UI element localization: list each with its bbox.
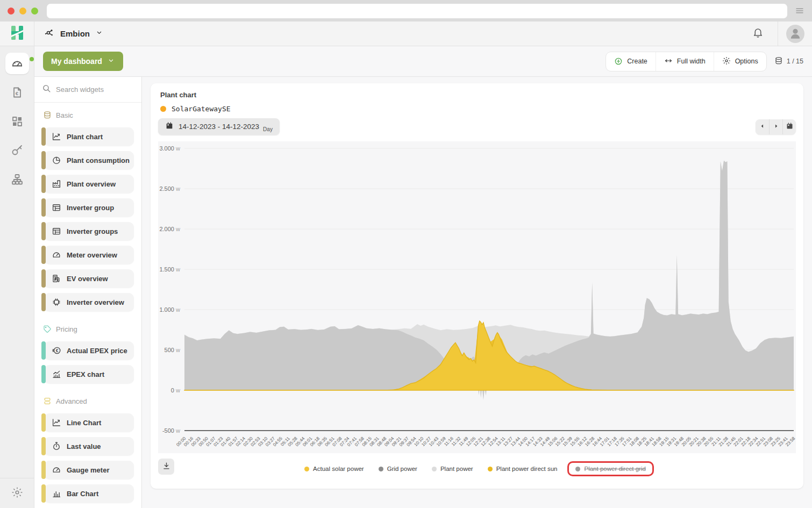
chevron-down-icon — [95, 28, 103, 39]
widget-item-epex-chart[interactable]: EPEX chart — [44, 365, 134, 383]
rail-item-dashboards[interactable] — [5, 53, 29, 74]
dashboard-toolbar: My dashboard Create Full width Options 1… — [34, 46, 812, 77]
org-switcher[interactable]: Embion — [34, 22, 103, 46]
close-window-button[interactable] — [8, 8, 15, 15]
user-menu[interactable] — [778, 22, 812, 46]
accent-bar — [41, 198, 46, 217]
rail-item-access-keys[interactable] — [5, 140, 29, 161]
search-input[interactable] — [56, 85, 134, 94]
svg-text:1.000W: 1.000W — [159, 306, 180, 313]
device-row: SolarGatewaySE — [160, 105, 796, 113]
widget-item-actual-epex-price[interactable]: €Actual EPEX price — [44, 341, 134, 360]
device-name: SolarGatewaySE — [172, 105, 231, 113]
tright-icon — [772, 122, 780, 130]
widget-item-last-value[interactable]: Last value — [44, 437, 134, 455]
legend-label: Plant power direct grid — [584, 466, 645, 472]
widget-item-label: Inverter overview — [67, 298, 124, 306]
legend-item-grid-power[interactable]: Grid power — [379, 466, 417, 472]
dashboard-canvas: Plant chart SolarGatewaySE 14-12-2023 - … — [142, 77, 812, 508]
next-period-button[interactable] — [769, 119, 782, 134]
accent-bar — [41, 341, 46, 360]
widget-item-label: Plant overview — [67, 180, 116, 188]
invoice-icon: € — [11, 86, 24, 99]
widget-item-meter-overview[interactable]: Meter overview — [44, 246, 134, 264]
legend-item-plant-power-direct-sun[interactable]: Plant power direct sun — [488, 466, 558, 472]
gear-icon — [722, 56, 731, 65]
widget-item-label: Actual EPEX price — [67, 347, 127, 355]
chip-icon — [52, 297, 61, 307]
area-chart: 3.000W2.500W2.000W1.500W1.000W500W0W-500… — [158, 139, 796, 454]
grid4-icon — [11, 115, 24, 128]
dashboard-selector-button[interactable]: My dashboard — [43, 52, 123, 71]
widget-item-inverter-groups[interactable]: Inverter groups — [44, 222, 134, 240]
tag-icon — [43, 325, 52, 333]
sitemap-icon — [11, 173, 24, 186]
date-nav-group — [756, 119, 796, 134]
dl-icon — [162, 461, 171, 470]
options-label: Options — [735, 58, 758, 65]
widget-section-basic: Basic — [34, 103, 141, 122]
db-icon — [43, 111, 52, 119]
widget-item-plant-overview[interactable]: Plant overview — [44, 175, 134, 193]
plus-circle-icon — [614, 57, 623, 66]
download-button[interactable] — [158, 459, 174, 475]
chev-icon — [107, 56, 115, 65]
gauge-icon — [52, 250, 61, 260]
widget-item-inverter-overview[interactable]: Inverter overview — [44, 293, 134, 311]
widget-counter-value: 1 / 15 — [787, 58, 803, 65]
minimize-window-button[interactable] — [19, 8, 26, 15]
full-width-button[interactable]: Full width — [656, 52, 714, 71]
legend-item-plant-power[interactable]: Plant power — [432, 466, 473, 472]
svg-text:2.000W: 2.000W — [159, 226, 180, 232]
svg-text:-500W: -500W — [162, 427, 180, 434]
rail-item-settings[interactable] — [0, 478, 34, 508]
date-range-button[interactable]: 14-12-2023 - 14-12-2023 Day — [158, 118, 280, 135]
table-icon — [52, 203, 61, 212]
rail-item-widgets[interactable] — [5, 111, 29, 132]
widget-item-line-chart[interactable]: Line Chart — [44, 413, 134, 432]
widget-item-label: Last value — [67, 442, 101, 450]
options-button[interactable]: Options — [714, 52, 766, 71]
db-icon — [774, 56, 783, 65]
widget-item-ev-overview[interactable]: EV overview — [44, 269, 134, 288]
zoom-window-button[interactable] — [31, 8, 38, 15]
widget-item-plant-consumption[interactable]: Plant consumption — [44, 151, 134, 169]
url-bar[interactable] — [47, 4, 787, 18]
search-icon — [42, 84, 51, 93]
notifications-button[interactable] — [738, 22, 778, 46]
widget-item-inverter-group[interactable]: Inverter group — [44, 198, 134, 217]
browser-menu-icon[interactable] — [795, 6, 804, 16]
accent-bar — [41, 437, 46, 455]
calendar-picker-button[interactable] — [782, 119, 796, 134]
gauge-icon — [52, 465, 61, 475]
prev-period-button[interactable] — [756, 119, 769, 134]
active-status-dot — [30, 57, 34, 61]
layers-icon — [774, 56, 783, 67]
legend-item-plant-power-direct-grid[interactable]: Plant power direct grid — [567, 461, 653, 476]
accent-bar — [41, 269, 46, 288]
db-icon — [43, 111, 52, 119]
widget-item-bar-chart[interactable]: Bar Chart — [44, 484, 134, 503]
widget-item-label: Gauge meter — [67, 466, 109, 474]
accent-bar — [41, 461, 46, 479]
chartline-icon — [52, 132, 61, 141]
speedo-icon — [11, 57, 24, 70]
svg-text:500W: 500W — [165, 347, 180, 353]
widget-item-plant-chart[interactable]: Plant chart — [44, 127, 134, 146]
create-button[interactable]: Create — [606, 52, 656, 71]
rail-item-billing[interactable]: € — [5, 82, 29, 103]
app-logo[interactable] — [0, 22, 34, 46]
legend-item-actual-solar-power[interactable]: Actual solar power — [304, 466, 364, 472]
download-icon — [162, 461, 171, 472]
rail-item-structure[interactable] — [5, 169, 29, 190]
molecule-icon — [44, 27, 55, 38]
svg-text:3.000W: 3.000W — [159, 145, 180, 152]
widget-item-gauge-meter[interactable]: Gauge meter — [44, 461, 134, 479]
avatar — [786, 25, 804, 43]
widget-item-label: Bar Chart — [67, 490, 98, 498]
accent-bar — [41, 222, 46, 240]
device-status-dot — [160, 106, 166, 112]
legend-label: Plant power direct sun — [496, 466, 558, 472]
chart-plot-area[interactable]: 3.000W2.500W2.000W1.500W1.000W500W0W-500… — [158, 139, 796, 456]
window-controls — [8, 8, 38, 15]
